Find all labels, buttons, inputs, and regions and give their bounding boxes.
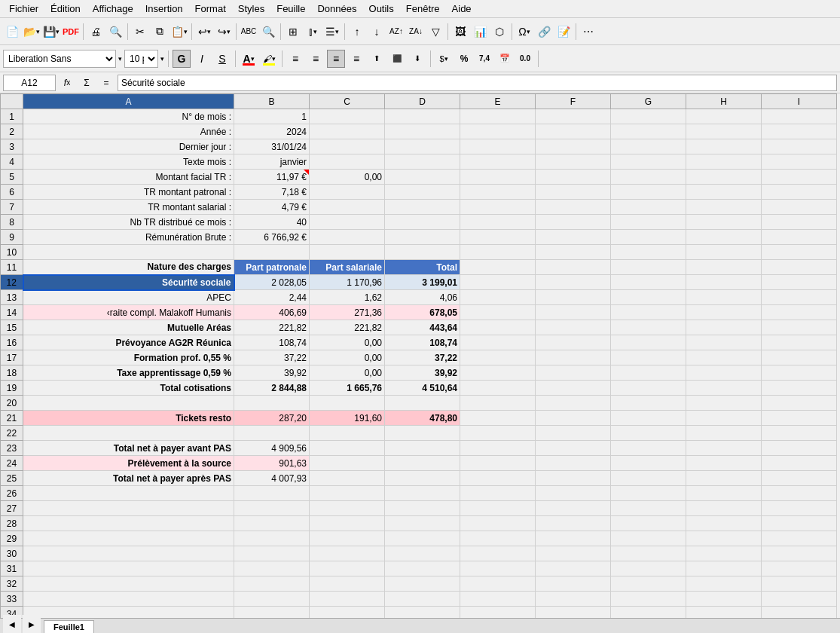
cell-r10-c6[interactable] bbox=[536, 245, 611, 260]
percent-button[interactable]: % bbox=[455, 50, 473, 68]
cell-r26-c2[interactable] bbox=[234, 486, 310, 501]
cell-r6-c8[interactable] bbox=[686, 185, 762, 200]
row-number-8[interactable]: 8 bbox=[1, 215, 23, 230]
cell-r2-c7[interactable] bbox=[611, 124, 686, 139]
col-header-c[interactable]: C bbox=[310, 94, 385, 109]
row-number-15[interactable]: 15 bbox=[1, 320, 23, 335]
cell-r25-c7[interactable] bbox=[611, 471, 686, 486]
cell-r23-c8[interactable] bbox=[686, 441, 762, 456]
cell-r4-c6[interactable] bbox=[536, 154, 611, 170]
cell-r29-c2[interactable] bbox=[234, 531, 310, 546]
cell-r9-c9[interactable] bbox=[762, 230, 837, 245]
cell-r8-c6[interactable] bbox=[536, 215, 611, 230]
col-header-d[interactable]: D bbox=[385, 94, 460, 109]
cell-r9-c7[interactable] bbox=[611, 230, 686, 245]
cell-r9-c1[interactable]: Rémunération Brute : bbox=[23, 230, 234, 245]
cell-r18-c6[interactable] bbox=[536, 365, 611, 381]
cell-r18-c1[interactable]: Taxe apprentissage 0,59 % bbox=[23, 365, 234, 381]
menu-fichier[interactable]: Fichier bbox=[3, 2, 44, 16]
align-bottom-button[interactable]: ⬇ bbox=[408, 50, 426, 68]
cell-r9-c8[interactable] bbox=[686, 230, 762, 245]
cell-r31-c7[interactable] bbox=[611, 561, 686, 576]
cell-r4-c8[interactable] bbox=[686, 154, 762, 170]
cell-r14-c9[interactable] bbox=[762, 305, 837, 320]
row-number-17[interactable]: 17 bbox=[1, 350, 23, 365]
cell-r15-c4[interactable]: 443,64 bbox=[385, 320, 460, 335]
cell-r5-c9[interactable] bbox=[762, 170, 837, 185]
cell-r5-c7[interactable] bbox=[611, 170, 686, 185]
cell-r17-c5[interactable] bbox=[460, 350, 536, 365]
row-number-25[interactable]: 25 bbox=[1, 471, 23, 486]
cell-r23-c7[interactable] bbox=[611, 441, 686, 456]
cell-r4-c2[interactable]: janvier bbox=[234, 154, 310, 170]
cell-r12-c7[interactable] bbox=[611, 275, 686, 290]
align-left-button[interactable]: ≡ bbox=[286, 50, 304, 68]
cell-r21-c8[interactable] bbox=[686, 411, 762, 426]
cell-r32-c1[interactable] bbox=[23, 576, 234, 592]
print-button[interactable]: 🖨 bbox=[87, 23, 105, 41]
row-number-9[interactable]: 9 bbox=[1, 230, 23, 245]
cell-r13-c3[interactable]: 1,62 bbox=[310, 290, 385, 305]
cell-r9-c6[interactable] bbox=[536, 230, 611, 245]
function-wizard-button[interactable]: fx bbox=[59, 75, 75, 91]
sort-az-button[interactable]: AZ↑ bbox=[387, 23, 405, 41]
cell-r25-c5[interactable] bbox=[460, 471, 536, 486]
date-button[interactable]: 📅 bbox=[496, 50, 514, 68]
row-number-31[interactable]: 31 bbox=[1, 561, 23, 576]
cell-r27-c4[interactable] bbox=[385, 501, 460, 516]
cell-r22-c1[interactable] bbox=[23, 426, 234, 441]
cell-r28-c1[interactable] bbox=[23, 516, 234, 531]
cell-r7-c5[interactable] bbox=[460, 200, 536, 215]
row-number-10[interactable]: 10 bbox=[1, 245, 23, 260]
cell-r34-c3[interactable] bbox=[310, 607, 385, 619]
row-number-28[interactable]: 28 bbox=[1, 516, 23, 531]
cell-r24-c9[interactable] bbox=[762, 456, 837, 471]
cell-r29-c9[interactable] bbox=[762, 531, 837, 546]
cell-r25-c9[interactable] bbox=[762, 471, 837, 486]
cell-r26-c6[interactable] bbox=[536, 486, 611, 501]
col-header-a[interactable]: A bbox=[23, 94, 234, 109]
cell-r7-c3[interactable] bbox=[310, 200, 385, 215]
menu-styles[interactable]: Styles bbox=[232, 2, 270, 16]
cell-r20-c5[interactable] bbox=[460, 396, 536, 411]
align-center-button[interactable]: ≡ bbox=[307, 50, 325, 68]
cell-r6-c5[interactable] bbox=[460, 185, 536, 200]
row-number-4[interactable]: 4 bbox=[1, 154, 23, 170]
cell-r3-c6[interactable] bbox=[536, 139, 611, 154]
cell-reference-input[interactable] bbox=[3, 75, 56, 91]
cell-r7-c7[interactable] bbox=[611, 200, 686, 215]
insert-image-button[interactable]: 🖼 bbox=[451, 23, 469, 41]
cell-r20-c4[interactable] bbox=[385, 396, 460, 411]
cell-r16-c9[interactable] bbox=[762, 335, 837, 350]
row-number-30[interactable]: 30 bbox=[1, 546, 23, 561]
cell-r23-c1[interactable]: Total net à payer avant PAS bbox=[23, 441, 234, 456]
cell-r23-c9[interactable] bbox=[762, 441, 837, 456]
row-number-27[interactable]: 27 bbox=[1, 501, 23, 516]
cell-r26-c3[interactable] bbox=[310, 486, 385, 501]
cell-r20-c1[interactable] bbox=[23, 396, 234, 411]
cell-r18-c4[interactable]: 39,92 bbox=[385, 365, 460, 381]
row-number-13[interactable]: 13 bbox=[1, 290, 23, 305]
cell-r25-c3[interactable] bbox=[310, 471, 385, 486]
cell-r21-c7[interactable] bbox=[611, 411, 686, 426]
spellcheck-button[interactable]: ABC bbox=[240, 23, 258, 41]
insert-obj-button[interactable]: ⬡ bbox=[490, 23, 509, 41]
row-number-3[interactable]: 3 bbox=[1, 139, 23, 154]
cell-r34-c8[interactable] bbox=[686, 607, 762, 619]
col-header-b[interactable]: B bbox=[234, 94, 310, 109]
row-number-5[interactable]: 5 bbox=[1, 170, 23, 185]
decimal-button[interactable]: 7,4 bbox=[475, 50, 493, 68]
cell-r14-c5[interactable] bbox=[460, 305, 536, 320]
cell-r24-c5[interactable] bbox=[460, 456, 536, 471]
row-number-24[interactable]: 24 bbox=[1, 456, 23, 471]
cell-r34-c9[interactable] bbox=[762, 607, 837, 619]
cell-r2-c5[interactable] bbox=[460, 124, 536, 139]
cell-r6-c2[interactable]: 7,18 € bbox=[234, 185, 310, 200]
cell-r16-c6[interactable] bbox=[536, 335, 611, 350]
cell-r18-c2[interactable]: 39,92 bbox=[234, 365, 310, 381]
cell-r5-c6[interactable] bbox=[536, 170, 611, 185]
cell-r15-c5[interactable] bbox=[460, 320, 536, 335]
cell-r34-c7[interactable] bbox=[611, 607, 686, 619]
decimal-places-button[interactable]: 0.0 bbox=[516, 50, 534, 68]
redo-button[interactable]: ↪▾ bbox=[215, 23, 233, 41]
